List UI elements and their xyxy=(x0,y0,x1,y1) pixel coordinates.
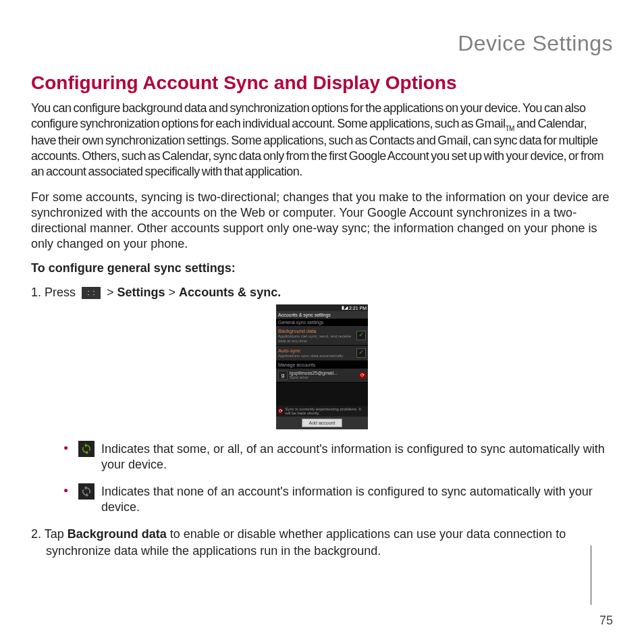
warning-icon: ⟳ xyxy=(278,408,283,414)
step2-label: Background data xyxy=(68,527,167,541)
phone-time: 2:21 PM xyxy=(349,306,367,311)
section-title: Configuring Account Sync and Display Opt… xyxy=(31,72,613,94)
phone-account-row: g lgoptimuss25@gmail... Sync error ⟳ xyxy=(276,369,368,383)
trademark: TM xyxy=(505,125,514,132)
bullet2-text: Indicates that none of an account's info… xyxy=(101,485,593,514)
phone-warn-text: Sync is currently experiencing problems.… xyxy=(285,407,366,415)
step1-b: > xyxy=(107,286,117,299)
chapter-heading: Device Settings xyxy=(31,31,613,56)
checkbox-icon: ✓ xyxy=(356,331,366,340)
bullet-sync-on: Indicates that some, or all, of an accou… xyxy=(63,441,613,473)
phone-row1-title: Background data xyxy=(278,328,356,334)
step-2: 2. Tap Background data to enable or disa… xyxy=(31,526,613,559)
phone-title: Accounts & sync settings xyxy=(276,311,368,319)
phone-row2-sub: Applications sync data automatically xyxy=(278,354,356,358)
phone-row-background-data: Background data Applications can sync, s… xyxy=(276,326,368,346)
sync-off-icon xyxy=(78,483,95,500)
phone-warning: ⟳ Sync is currently experiencing problem… xyxy=(276,406,368,417)
phone-row1-sub: Applications can sync, send, and receive… xyxy=(278,334,356,343)
bullet-sync-off: Indicates that none of an account's info… xyxy=(63,484,613,516)
phone-group-manage: Manage accounts xyxy=(276,361,368,369)
signal-icon: ▮◢ xyxy=(342,305,348,311)
footer-rule xyxy=(591,545,613,605)
subheading: To configure general sync settings: xyxy=(31,261,613,275)
phone-acct-email: lgoptimuss25@gmail... xyxy=(290,371,359,375)
step1-accounts: Accounts & sync. xyxy=(179,286,281,299)
bullet1-text: Indicates that some, or all, of an accou… xyxy=(101,442,605,471)
menu-icon xyxy=(82,287,101,299)
phone-row-auto-sync: Auto-sync Applications sync data automat… xyxy=(276,346,368,361)
step-1: 1. Press > Settings > Accounts & sync. xyxy=(31,285,613,300)
step2-a: 2. Tap xyxy=(31,527,68,541)
step1-a: 1. Press xyxy=(31,286,79,299)
phone-add-account-button: Add account xyxy=(302,419,343,427)
para1-a: You can configure background data and sy… xyxy=(31,101,585,130)
google-icon: g xyxy=(278,371,288,380)
step1-c: > xyxy=(169,286,180,299)
step1-settings: Settings xyxy=(117,286,165,299)
page-number: 75 xyxy=(599,608,613,628)
paragraph-sync-direction: For some accounts, syncing is two-direct… xyxy=(31,190,613,252)
checkbox-icon: ✓ xyxy=(356,348,366,358)
sync-on-icon xyxy=(78,441,95,457)
phone-acct-sub: Sync error xyxy=(290,375,359,380)
phone-row2-title: Auto-sync xyxy=(278,348,356,354)
sync-error-icon: ⟳ xyxy=(359,372,366,379)
phone-screenshot: ▮◢ 2:21 PM Accounts & sync settings Gene… xyxy=(31,304,613,429)
paragraph-intro: You can configure background data and sy… xyxy=(31,101,613,180)
phone-status-bar: ▮◢ 2:21 PM xyxy=(276,304,368,311)
phone-group-general: General sync settings xyxy=(276,319,368,326)
